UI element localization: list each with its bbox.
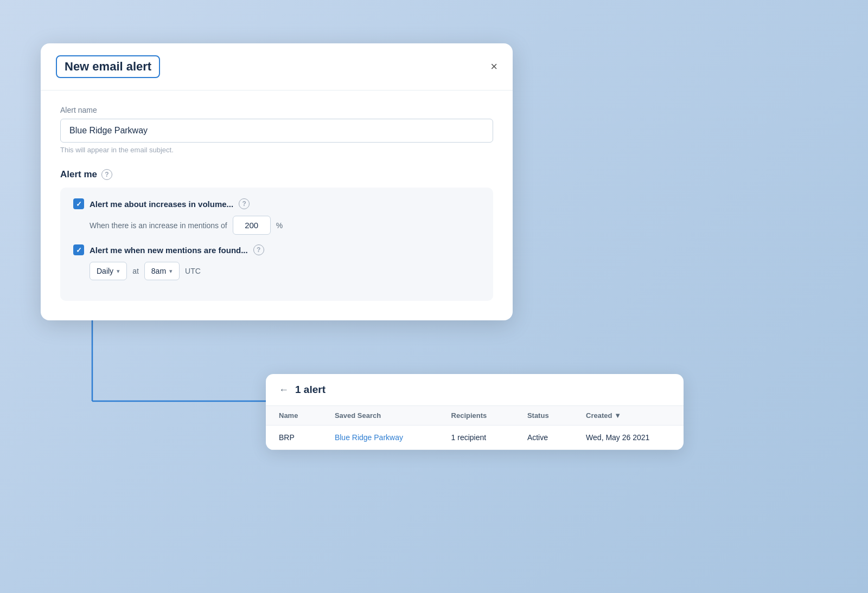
email-alert-modal: New email alert × Alert name This will a… xyxy=(41,43,513,320)
alert-me-help-icon[interactable]: ? xyxy=(101,169,112,180)
option2-checkbox[interactable]: ✓ xyxy=(73,244,84,255)
option1-row: ✓ Alert me about increases in volume... … xyxy=(73,198,480,209)
frequency-chevron-icon: ▾ xyxy=(117,268,120,275)
mention-increase-input[interactable] xyxy=(233,216,271,235)
option1-sub-text: When there is an increase in mentions of xyxy=(90,221,227,230)
frequency-select[interactable]: Daily ▾ xyxy=(90,262,127,280)
option2-help-icon[interactable]: ? xyxy=(253,244,264,255)
col-created[interactable]: Created ▼ xyxy=(573,406,684,426)
timezone-label: UTC xyxy=(185,267,201,275)
modal-title: New email alert xyxy=(56,55,160,78)
time-label: 8am xyxy=(151,267,166,275)
results-header: ← 1 alert xyxy=(266,374,684,406)
option1-sub-row: When there is an increase in mentions of… xyxy=(90,216,480,235)
checkbox-check-icon: ✓ xyxy=(76,200,82,208)
option1-checkbox[interactable]: ✓ xyxy=(73,198,84,209)
option2-sub-row: Daily ▾ at 8am ▾ UTC xyxy=(90,262,480,280)
results-title: 1 alert xyxy=(295,384,326,396)
table-row: BRP Blue Ridge Parkway 1 recipient Activ… xyxy=(266,426,684,450)
alert-name-helper: This will appear in the email subject. xyxy=(60,146,493,154)
alert-options-container: ✓ Alert me about increases in volume... … xyxy=(60,188,493,301)
cell-created: Wed, May 26 2021 xyxy=(573,426,684,450)
close-button[interactable]: × xyxy=(490,61,497,73)
cell-name: BRP xyxy=(266,426,322,450)
frequency-label: Daily xyxy=(97,267,113,275)
col-saved-search: Saved Search xyxy=(322,406,438,426)
modal-body: Alert name This will appear in the email… xyxy=(41,91,513,320)
results-card: ← 1 alert Name Saved Search Recipients S… xyxy=(266,374,684,450)
back-button[interactable]: ← xyxy=(279,384,289,396)
cell-saved-search[interactable]: Blue Ridge Parkway xyxy=(322,426,438,450)
alert-me-section-title: Alert me ? xyxy=(60,169,493,180)
col-name: Name xyxy=(266,406,322,426)
cell-status: Active xyxy=(514,426,573,450)
option2-label: Alert me when new mentions are found... xyxy=(90,246,248,255)
time-chevron-icon: ▾ xyxy=(169,268,173,275)
alert-name-label: Alert name xyxy=(60,106,493,114)
cell-recipients: 1 recipient xyxy=(438,426,514,450)
option1-label: Alert me about increases in volume... xyxy=(90,199,233,209)
table-header-row: Name Saved Search Recipients Status Crea… xyxy=(266,406,684,426)
at-label: at xyxy=(132,267,139,275)
checkbox2-check-icon: ✓ xyxy=(76,246,82,254)
results-table: Name Saved Search Recipients Status Crea… xyxy=(266,406,684,450)
col-recipients: Recipients xyxy=(438,406,514,426)
option2-row: ✓ Alert me when new mentions are found..… xyxy=(73,244,480,255)
time-select[interactable]: 8am ▾ xyxy=(144,262,180,280)
percent-label: % xyxy=(276,221,283,230)
col-status: Status xyxy=(514,406,573,426)
option1-help-icon[interactable]: ? xyxy=(239,198,250,209)
alert-name-input[interactable] xyxy=(60,119,493,143)
modal-header: New email alert × xyxy=(41,43,513,91)
